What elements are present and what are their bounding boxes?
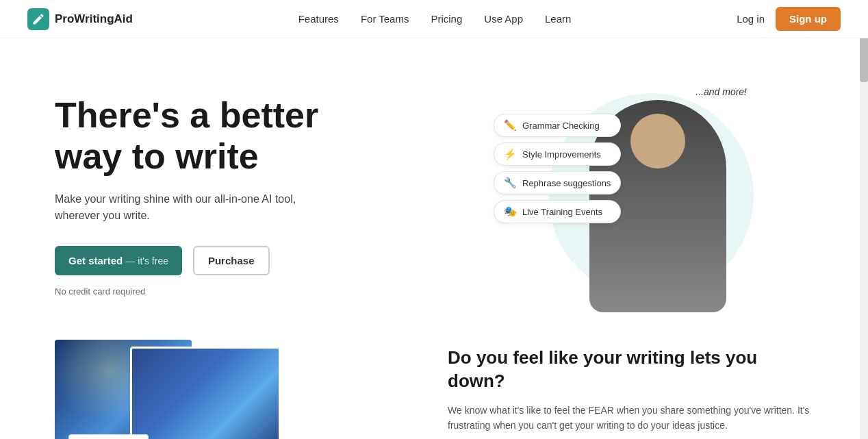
rephrase-icon: 🔧	[504, 177, 517, 189]
get-started-button[interactable]: Get started — it's free	[55, 246, 182, 275]
hero-right: ...and more! ✚ ✏️ Grammar Checking ⚡ Sty…	[434, 79, 813, 312]
grammar-icon: ✏️	[504, 119, 517, 131]
hero-subtitle: Make your writing shine with our all-in-…	[55, 191, 342, 224]
nav-features[interactable]: Features	[298, 13, 339, 25]
nav-actions: Log in Sign up	[737, 7, 841, 31]
painting-stack: My idea in my head	[55, 340, 288, 439]
hero-illustration: ...and more! ✚ ✏️ Grammar Checking ⚡ Sty…	[494, 79, 754, 312]
get-started-label: Get started	[68, 255, 123, 266]
feature-pill-style-label: Style Improvements	[522, 149, 601, 160]
hero-section: There's a better way to write Make your …	[0, 38, 868, 340]
feature-pill-training-label: Live Training Events	[522, 207, 602, 217]
second-section: My idea in my head Do you feel like your…	[0, 340, 868, 439]
feature-pill-grammar-label: Grammar Checking	[522, 121, 600, 131]
hero-title: There's a better way to write	[55, 95, 434, 177]
feature-pills: ✏️ Grammar Checking ⚡ Style Improvements…	[494, 114, 621, 223]
logo-svg	[31, 12, 45, 26]
hero-title-line2: way to write	[55, 136, 259, 176]
page-scrollbar[interactable]	[860, 0, 868, 439]
navbar: ProWritingAid Features For Teams Pricing…	[0, 0, 868, 38]
style-icon: ⚡	[504, 148, 517, 160]
nav-learn[interactable]: Learn	[545, 13, 571, 25]
feature-pill-grammar: ✏️ Grammar Checking	[494, 114, 621, 137]
second-section-title: Do you feel like your writing lets you d…	[448, 347, 813, 393]
hero-title-line1: There's a better	[55, 95, 318, 135]
second-section-body: We know what it's like to feel the FEAR …	[448, 403, 813, 434]
painting-front	[130, 347, 281, 439]
no-credit-card-note: No credit card required	[55, 286, 434, 297]
signup-button[interactable]: Sign up	[776, 7, 841, 31]
second-section-right: Do you feel like your writing lets you d…	[420, 340, 813, 433]
brand-logo-link[interactable]: ProWritingAid	[27, 8, 133, 30]
nav-links: Features For Teams Pricing Use App Learn	[298, 13, 572, 25]
person-head	[630, 114, 685, 168]
second-section-body-line2: your ideas justice.	[651, 420, 728, 431]
nav-pricing[interactable]: Pricing	[431, 13, 462, 25]
idea-label: My idea in my head	[68, 434, 149, 439]
feature-pill-training: 🎭 Live Training Events	[494, 200, 621, 223]
hero-buttons: Get started — it's free Purchase	[55, 246, 434, 275]
purchase-button[interactable]: Purchase	[193, 246, 270, 275]
free-label: — it's free	[125, 255, 168, 266]
login-button[interactable]: Log in	[737, 13, 765, 25]
hero-left: There's a better way to write Make your …	[55, 95, 434, 297]
brand-name: ProWritingAid	[55, 12, 133, 26]
feature-pill-rephrase-label: Rephrase suggestions	[522, 178, 611, 188]
feature-pill-rephrase: 🔧 Rephrase suggestions	[494, 171, 621, 195]
second-section-body-line1: We know what it's like to feel the FEAR …	[448, 405, 809, 431]
second-section-left: My idea in my head	[55, 340, 420, 439]
nav-use-app[interactable]: Use App	[484, 13, 523, 25]
feature-pill-style: ⚡ Style Improvements	[494, 142, 621, 166]
nav-for-teams[interactable]: For Teams	[361, 13, 409, 25]
brand-logo-icon	[27, 8, 49, 30]
training-icon: 🎭	[504, 205, 517, 218]
more-bubble: ...and more!	[695, 86, 747, 97]
